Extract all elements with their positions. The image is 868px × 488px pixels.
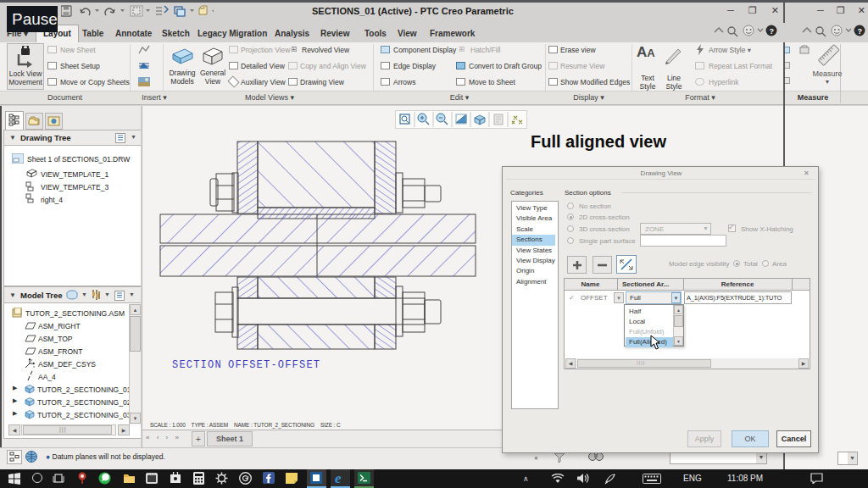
svg-text:x: x (33, 364, 35, 369)
svg-text:?: ? (770, 27, 775, 36)
svg-text:SECTION OFFSET-OFFSET: SECTION OFFSET-OFFSET (172, 359, 320, 371)
svg-text:y: y (31, 358, 32, 362)
svg-text:?: ? (858, 27, 863, 36)
